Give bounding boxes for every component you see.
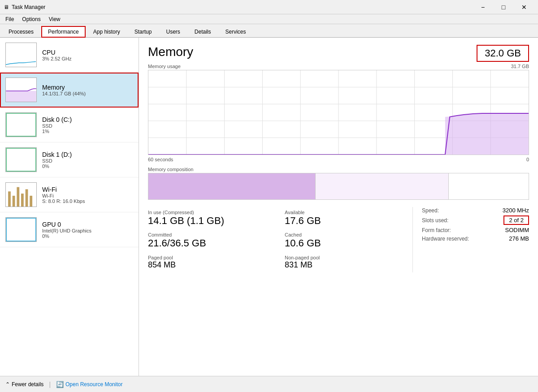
monitor-icon: 🔄 — [56, 381, 64, 388]
composition-bar — [148, 173, 529, 200]
sidebar-item-gpu0[interactable]: GPU 0 Intel(R) UHD Graphics 0% — [0, 212, 139, 247]
svg-rect-10 — [17, 187, 19, 207]
disk1-sub1: SSD — [42, 158, 72, 164]
tab-services[interactable]: Services — [219, 26, 253, 37]
titlebar: 🖥 Task Manager − □ ✕ — [0, 0, 538, 14]
close-button[interactable]: ✕ — [514, 0, 534, 14]
sidebar-item-memory[interactable]: Memory 14.1/31.7 GB (44%) — [0, 73, 139, 108]
menu-view[interactable]: View — [45, 15, 64, 23]
slots-value-box: 2 of 2 — [503, 215, 529, 225]
svg-rect-2 — [6, 91, 36, 102]
composition-label: Memory composition — [148, 167, 529, 172]
svg-rect-3 — [6, 113, 36, 137]
memory-label: Memory — [42, 84, 86, 91]
disk0-info: Disk 0 (C:) SSD 1% — [42, 116, 72, 134]
svg-rect-5 — [6, 148, 36, 172]
hw-reserved-row: Hardware reserved: 276 MB — [422, 235, 529, 242]
left-stats: In use (Compressed) 14.1 GB (1.1 GB) Ava… — [148, 207, 412, 272]
sidebar-item-disk1[interactable]: Disk 1 (D:) SSD 0% — [0, 142, 139, 177]
tab-startup[interactable]: Startup — [128, 26, 159, 37]
disk1-label: Disk 1 (D:) — [42, 151, 72, 158]
wifi-sub1: Wi-Fi — [42, 193, 85, 198]
svg-rect-8 — [8, 191, 11, 207]
form-factor-row: Form factor: SODIMM — [422, 227, 529, 233]
minimize-button[interactable]: − — [473, 0, 493, 14]
content-header: Memory 32.0 GB — [148, 45, 529, 62]
stats-section: In use (Compressed) 14.1 GB (1.1 GB) Ava… — [148, 207, 529, 272]
disk0-thumb — [5, 112, 37, 137]
titlebar-controls: − □ ✕ — [473, 0, 534, 14]
svg-rect-12 — [26, 189, 28, 207]
wifi-sub2: S: 8.0 R: 16.0 Kbps — [42, 198, 85, 204]
tab-performance[interactable]: Performance — [41, 26, 86, 38]
svg-rect-0 — [6, 43, 36, 67]
main-area: CPU 3% 2.52 GHz Memory 14.1/31.7 GB (44%… — [0, 38, 538, 376]
total-memory-value: 32.0 GB — [477, 45, 529, 62]
slots-row: Slots used: 2 of 2 — [422, 215, 529, 225]
disk1-info: Disk 1 (D:) SSD 0% — [42, 151, 72, 169]
composition-in-use — [148, 173, 316, 199]
usage-chart-label: Memory usage 31.7 GB — [148, 64, 529, 69]
disk1-sub2: 0% — [42, 164, 72, 169]
memory-usage-chart — [148, 70, 529, 155]
speed-row: Speed: 3200 MHz — [422, 207, 529, 214]
svg-rect-13 — [30, 196, 32, 207]
gpu0-sub1: Intel(R) UHD Graphics — [42, 228, 91, 233]
gpu0-info: GPU 0 Intel(R) UHD Graphics 0% — [42, 221, 91, 239]
app-icon: 🖥 — [4, 4, 9, 10]
tab-processes[interactable]: Processes — [2, 26, 40, 37]
menu-options[interactable]: Options — [18, 15, 44, 23]
open-resource-monitor-link[interactable]: 🔄 Open Resource Monitor — [56, 381, 122, 388]
sidebar-item-disk0[interactable]: Disk 0 (C:) SSD 1% — [0, 108, 139, 142]
maximize-button[interactable]: □ — [493, 0, 514, 14]
tab-users[interactable]: Users — [159, 26, 187, 37]
cpu-sub: 3% 2.52 GHz — [42, 56, 71, 61]
tabbar: Processes Performance App history Startu… — [0, 24, 538, 38]
disk0-sub2: 1% — [42, 129, 72, 134]
chevron-up-icon: ⌃ — [5, 381, 10, 388]
titlebar-title: Task Manager — [12, 4, 45, 10]
titlebar-left: 🖥 Task Manager — [4, 4, 45, 10]
gpu0-label: GPU 0 — [42, 221, 91, 228]
paged-pool-stat: Paged pool 854 MB — [148, 252, 276, 273]
svg-rect-11 — [21, 194, 24, 207]
disk0-label: Disk 0 (C:) — [42, 116, 72, 123]
content-title: Memory — [148, 45, 193, 59]
wifi-info: Wi-Fi Wi-Fi S: 8.0 R: 16.0 Kbps — [42, 186, 85, 204]
memory-thumb — [5, 78, 37, 102]
gpu0-sub2: 0% — [42, 233, 91, 239]
memory-info: Memory 14.1/31.7 GB (44%) — [42, 84, 86, 96]
menubar: File Options View — [0, 14, 538, 24]
chart-time-labels: 60 seconds 0 — [148, 157, 529, 162]
svg-rect-14 — [6, 218, 36, 241]
sidebar-item-wifi[interactable]: Wi-Fi Wi-Fi S: 8.0 R: 16.0 Kbps — [0, 177, 139, 212]
gpu0-thumb — [5, 217, 37, 242]
footer-separator: | — [49, 381, 51, 388]
svg-rect-9 — [13, 196, 15, 207]
composition-standby — [449, 173, 529, 199]
footer: ⌃ Fewer details | 🔄 Open Resource Monito… — [0, 376, 538, 392]
non-paged-pool-stat: Non-paged pool 831 MB — [285, 252, 412, 273]
cached-stat: Cached 10.6 GB — [285, 229, 412, 252]
available-stat: Available 17.6 GB — [285, 207, 412, 229]
cpu-thumb — [5, 43, 37, 67]
cpu-info: CPU 3% 2.52 GHz — [42, 49, 71, 61]
wifi-label: Wi-Fi — [42, 186, 85, 193]
in-use-stat: In use (Compressed) 14.1 GB (1.1 GB) — [148, 207, 276, 229]
fewer-details-button[interactable]: ⌃ Fewer details — [5, 381, 43, 388]
right-stats: Speed: 3200 MHz Slots used: 2 of 2 Form … — [412, 207, 529, 272]
tab-details[interactable]: Details — [188, 26, 218, 37]
composition-available — [316, 173, 449, 199]
sidebar: CPU 3% 2.52 GHz Memory 14.1/31.7 GB (44%… — [0, 38, 139, 376]
content-area: Memory 32.0 GB Memory usage 31.7 GB — [139, 38, 538, 376]
menu-file[interactable]: File — [2, 15, 17, 23]
disk0-sub1: SSD — [42, 123, 72, 129]
stats-grid: In use (Compressed) 14.1 GB (1.1 GB) Ava… — [148, 207, 412, 272]
tab-app-history[interactable]: App history — [87, 26, 127, 37]
sidebar-item-cpu[interactable]: CPU 3% 2.52 GHz — [0, 38, 139, 73]
disk1-thumb — [5, 147, 37, 172]
cpu-label: CPU — [42, 49, 71, 56]
memory-sub: 14.1/31.7 GB (44%) — [42, 91, 86, 96]
wifi-thumb — [5, 182, 37, 207]
committed-stat: Committed 21.6/36.5 GB — [148, 229, 276, 252]
